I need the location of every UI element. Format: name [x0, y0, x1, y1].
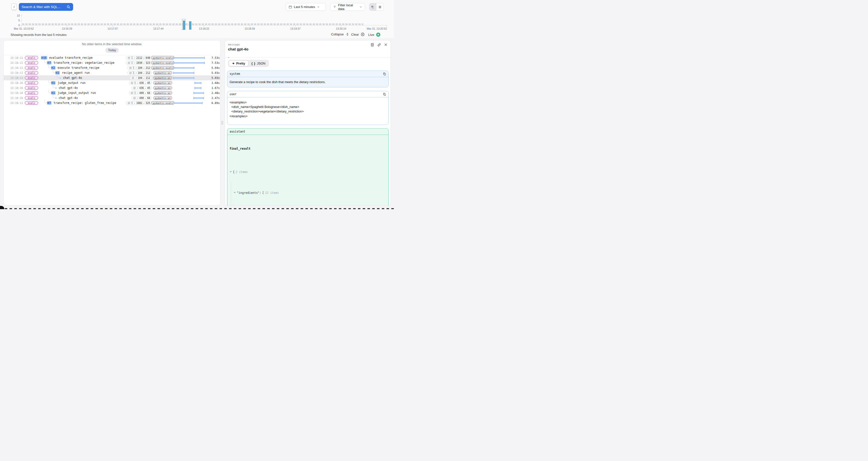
table-row[interactable]: 13:18:16 evals ◆ chat gpt-4o Σ ↗436 ↙45 … [4, 85, 220, 90]
collapse-toggle[interactable]: ⊟ 7 [47, 61, 52, 64]
histogram-bar[interactable] [189, 21, 191, 30]
x-axis-tick-mark [250, 25, 250, 27]
view-mode-toggle [369, 3, 384, 11]
filter-local-data-dropdown[interactable]: Filter local data [330, 3, 365, 11]
table-row[interactable]: 13:18:11 evals ⊟ 2 ◆ execute transform_r… [4, 65, 220, 70]
span-name[interactable]: chat gpt-4o [59, 96, 131, 100]
tree-view-button[interactable] [369, 3, 376, 10]
package-tag-cell: pydantic-ai [154, 86, 171, 90]
collapse-toggle[interactable]: ⊟ 1 [55, 71, 60, 74]
table-row[interactable]: 13:18:16 evals ⊟ 1 ◆ judge_output run Σ … [4, 80, 220, 85]
showing-records-text: Showing records from the last 5 minutes [10, 33, 67, 37]
tree-elbow-connector [49, 65, 51, 68]
evals-badge[interactable]: evals [25, 71, 38, 74]
arrow-up-right-icon: ↗ [134, 57, 135, 59]
evals-badge[interactable]: evals [25, 56, 38, 60]
span-name[interactable]: judge_input_output run [58, 91, 129, 95]
collapse-toggle[interactable]: ⊟ 2 [51, 66, 56, 69]
evals-badge[interactable]: evals [25, 96, 38, 100]
collapse-toggle[interactable]: ⊟ 1 [51, 81, 56, 85]
today-pill[interactable]: Today [105, 48, 119, 53]
table-row[interactable]: 13:18:11 evals ⊞ 7 ◆ transform_recipe: g… [4, 100, 220, 105]
output-tokens: 325 [146, 102, 150, 104]
pretty-label: Pretty [236, 62, 245, 65]
duration-bar-track [173, 102, 210, 104]
evals-badge[interactable]: evals [25, 101, 38, 105]
token-usage-pill: Σ ↗490 ↙66 [129, 91, 152, 95]
duration-bar-track [173, 87, 210, 89]
evals-badge[interactable]: evals [25, 91, 38, 95]
sigma-icon: Σ [134, 82, 136, 84]
clear-button[interactable]: Clear [351, 32, 365, 36]
child-count: 16 [43, 56, 46, 59]
copy-button[interactable] [383, 72, 386, 75]
evals-badge[interactable]: evals [25, 76, 38, 80]
arrow-up-right-icon: ↗ [137, 82, 138, 84]
duration-bar-track [173, 62, 210, 64]
child-count: 7 [49, 101, 51, 104]
collapse-label: Collapse [331, 32, 344, 36]
evals-badge[interactable]: evals [25, 61, 38, 64]
table-row[interactable]: 13:18:11 evals ⊟ 1 ◆ recipe_agent run Σ … [4, 70, 220, 75]
clear-circle-x-icon [361, 32, 365, 36]
output-tokens: 212 [146, 66, 150, 69]
pretty-toggle-button[interactable]: ✦ Pretty [229, 61, 248, 66]
duration-bar-track [173, 77, 210, 79]
table-row[interactable]: 13:18:11 evals ◆ chat gpt-4o Σ ↗104 ↙212… [4, 75, 220, 80]
span-name[interactable]: chat gpt-4o [59, 86, 131, 90]
table-row[interactable]: 13:18:16 evals ◆ chat gpt-4o Σ ↗490 ↙66 … [4, 95, 220, 100]
evals-badge[interactable]: evals [25, 81, 38, 85]
evals-badge[interactable]: evals [25, 86, 38, 90]
duration-label: 5.04s [211, 66, 220, 69]
token-usage-pill: Σ ↗1030 ↙323 [126, 61, 152, 65]
x-axis-tick-label: 13:17:07 [107, 27, 118, 30]
chevron-down-icon[interactable] [229, 171, 232, 173]
span-name[interactable]: evaluate transform_recipe [49, 56, 126, 60]
time-range-dropdown[interactable]: Last 5 minutes [285, 3, 326, 11]
row-timestamp: 13:18:11 [10, 101, 22, 104]
y-axis-tick-mark [21, 20, 22, 21]
collapse-toggle[interactable]: ⊟ 16 [41, 56, 47, 60]
tab[interactable] [235, 55, 235, 58]
input-tokens: 436 [139, 87, 144, 89]
trace-rows: 13:18:11 evals ⊟ 16 ◆ evaluate transform… [4, 55, 220, 105]
collapse-toggle[interactable]: ⊞ 7 [47, 101, 52, 105]
copy-button[interactable] [383, 93, 386, 96]
tab[interactable] [241, 55, 241, 58]
json-toggle-button[interactable]: { } JSON [248, 61, 269, 66]
histogram-plot-area[interactable] [21, 14, 387, 25]
tree-elbow-connector [53, 85, 55, 88]
tab[interactable] [228, 55, 229, 58]
live-toggle[interactable]: Live [368, 32, 380, 37]
span-name[interactable]: transform_recipe: gluten_free_recipe [54, 101, 126, 105]
span-name[interactable]: transform_recipe: vegetarian_recipe [54, 61, 126, 64]
table-row[interactable]: 13:18:11 evals ⊟ 16 ◆ evaluate transform… [4, 55, 220, 60]
x-axis-tick-label: 13:19:37 [290, 27, 301, 30]
table-row[interactable]: 13:18:11 evals ⊟ 7 ◆ transform_recipe: v… [4, 60, 220, 65]
array-bracket: [ [262, 191, 264, 195]
span-name[interactable]: chat gpt-4o [63, 76, 130, 80]
panel-resize-handle[interactable] [221, 121, 223, 125]
filter-label: Filter local data [338, 3, 358, 11]
copy-link-button[interactable] [377, 43, 381, 47]
table-row[interactable]: 13:18:16 evals ⊟ 1 ◆ judge_input_output … [4, 90, 220, 95]
token-coin-icon [129, 71, 132, 74]
input-tokens: 436 [139, 82, 144, 84]
status-bar: Showing records from the last 5 minutes … [0, 32, 394, 38]
search-input[interactable]: Search & filter with SQL... [19, 3, 73, 11]
final-result-label: final_result [229, 147, 386, 151]
save-view-button[interactable] [370, 43, 374, 47]
span-name[interactable]: judge_output run [58, 81, 129, 85]
close-panel-button[interactable] [384, 43, 388, 47]
collapse-toggle-icon: ⊟ [41, 57, 43, 59]
span-name[interactable]: execute transform_recipe [58, 66, 127, 69]
span-name[interactable]: recipe_agent run [62, 71, 127, 74]
user-message-card: user <examples> <dish_name>Spaghetti Bol… [227, 91, 389, 125]
evals-badge[interactable]: evals [25, 66, 38, 69]
collapse-button[interactable]: Collapse [331, 32, 349, 36]
collapse-toggle[interactable]: ⊟ 1 [51, 91, 56, 95]
package-tag: pydantic-ai [153, 91, 172, 95]
chevron-down-icon[interactable] [234, 191, 236, 193]
list-view-button[interactable] [376, 3, 383, 10]
output-tokens: 45 [147, 87, 150, 89]
